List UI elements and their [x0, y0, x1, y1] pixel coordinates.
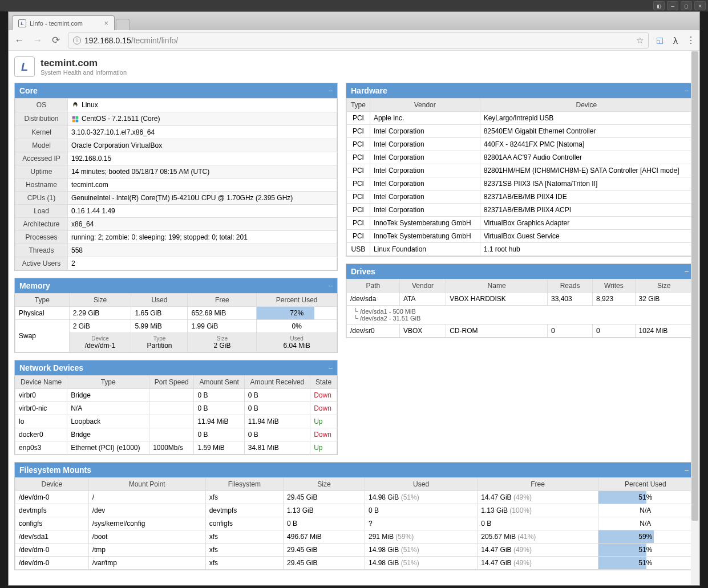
minimize-button[interactable]: —	[667, 1, 678, 10]
fs-size: 0 B	[284, 517, 365, 530]
mem-size: 2 GiB	[69, 319, 131, 332]
new-tab-button[interactable]	[116, 19, 130, 30]
filesystem-panel-header[interactable]: Filesystem Mounts –	[15, 463, 693, 477]
table-row: Accessed IP192.168.0.15	[15, 152, 337, 165]
network-panel-header[interactable]: Network Devices –	[15, 360, 337, 375]
fs-mount: /var/tmp	[88, 556, 205, 569]
close-tab-icon[interactable]: ×	[104, 19, 108, 27]
net-name: lo	[15, 415, 67, 428]
drive-size: 32 GiB	[635, 293, 693, 306]
column-header: Device Name	[15, 375, 67, 388]
table-row: Physical2.29 GiB1.65 GiB652.69 MiB72%	[15, 306, 337, 319]
hw-type: PCI	[347, 125, 370, 138]
maximize-button[interactable]: ▢	[681, 1, 692, 10]
memory-panel: Memory – TypeSizeUsedFreePercent UsedPhy…	[14, 278, 338, 353]
fs-free: 0 B	[478, 517, 598, 530]
mem-type: Physical	[15, 306, 70, 319]
hw-type: PCI	[347, 151, 370, 164]
hw-type: PCI	[347, 164, 370, 177]
net-sent: 11.94 MiB	[194, 415, 244, 428]
core-value: 14 minutes; booted 05/18/17 08:15 AM (UT…	[68, 165, 337, 178]
memory-panel-header[interactable]: Memory –	[15, 278, 337, 293]
mem-type: Swap	[15, 319, 70, 352]
column-header: Type	[347, 99, 370, 112]
drives-panel-header[interactable]: Drives –	[346, 264, 693, 279]
collapse-icon[interactable]: –	[329, 87, 333, 95]
forward-button[interactable]: →	[31, 35, 44, 46]
fs-free: 14.47 GiB (49%)	[478, 490, 598, 504]
core-key: Uptime	[15, 165, 68, 178]
fs-size: 29.45 GiB	[284, 490, 365, 504]
mem-pct: 72%	[257, 306, 337, 319]
core-panel-header[interactable]: Core –	[15, 83, 337, 98]
core-value: Oracle Corporation VirtualBox	[68, 139, 337, 152]
collapse-icon[interactable]: –	[329, 282, 333, 290]
collapse-icon[interactable]: –	[685, 267, 689, 275]
table-row: enp0s3Ethernet (PCI) (e1000)1000Mb/s1.59…	[15, 441, 337, 454]
net-recv: 0 B	[244, 402, 310, 415]
extension-lambda-icon[interactable]: λ	[670, 35, 681, 46]
site-info-icon[interactable]: i	[73, 37, 81, 44]
fs-used: 14.98 GiB (51%)	[365, 490, 478, 504]
page-viewport[interactable]: L tecmint.com System Health and Informat…	[9, 51, 699, 585]
column-header: Reads	[547, 279, 592, 293]
net-name: virbr0-nic	[15, 402, 67, 415]
table-row: PCIIntel Corporation82801HM/HEM (ICH8M/I…	[347, 164, 693, 177]
hardware-panel-header[interactable]: Hardware –	[346, 83, 693, 98]
net-speed	[149, 402, 194, 415]
bookmark-star-icon[interactable]: ☆	[636, 35, 644, 46]
swap-detail: Size2 GiB	[188, 332, 257, 352]
browser-menu-button[interactable]: ⋮	[686, 35, 695, 46]
mem-size: 2.29 GiB	[69, 306, 131, 319]
fs-pct: N/A	[598, 504, 693, 517]
column-header: Used	[365, 477, 478, 490]
drive-writes: 8,923	[593, 293, 635, 306]
back-button[interactable]: ←	[13, 35, 26, 46]
collapse-icon[interactable]: –	[329, 364, 333, 372]
core-value: x86_64	[68, 217, 337, 230]
column-header: Device	[15, 477, 89, 490]
net-name: enp0s3	[15, 441, 67, 454]
address-bar[interactable]: i 192.168.0.15/tecmint/linfo/ ☆	[68, 33, 649, 48]
core-value: Linux	[68, 99, 337, 112]
net-speed: 1000Mb/s	[149, 441, 194, 454]
table-row: Kernel3.10.0-327.10.1.el7.x86_64	[15, 125, 337, 139]
table-row: OSLinux	[15, 99, 337, 112]
hw-device: VirtualBox Graphics Adapter	[480, 217, 693, 230]
network-panel-title: Network Devices	[19, 363, 83, 372]
fs-free: 205.67 MiB (41%)	[478, 530, 598, 543]
core-value: tecmint.com	[68, 178, 337, 191]
memory-panel-title: Memory	[19, 281, 50, 290]
table-row: Active Users2	[15, 257, 337, 270]
browser-tab[interactable]: L Linfo - tecmint.com ×	[12, 15, 115, 30]
column-header: Name	[446, 279, 548, 293]
collapse-icon[interactable]: –	[685, 466, 689, 474]
table-row: configfs/sys/kernel/configconfigfs0 B? 0…	[15, 517, 693, 530]
hw-vendor: Intel Corporation	[370, 138, 480, 151]
fs-mount: /tmp	[88, 543, 205, 556]
reload-button[interactable]: ⟳	[50, 34, 62, 46]
core-value: 0.16 1.44 1.49	[68, 204, 337, 217]
scrollbar-thumb[interactable]	[691, 51, 698, 521]
column-header: Amount Sent	[194, 375, 244, 388]
drives-panel: Drives – PathVendorNameReadsWritesSize/d…	[346, 263, 694, 338]
collapse-icon[interactable]: –	[685, 87, 689, 95]
fs-device: /dev/dm-0	[15, 556, 89, 569]
fs-free: 14.47 GiB (49%)	[478, 556, 598, 569]
core-key: CPUs (1)	[15, 191, 68, 204]
table-row: docker0Bridge0 B0 BDown	[15, 428, 337, 441]
table-row: DistributionCentOS - 7.2.1511 (Core)	[15, 112, 337, 125]
fs-free: 14.47 GiB (49%)	[478, 543, 598, 556]
close-window-button[interactable]: ×	[694, 1, 706, 10]
drive-partitions: └ /dev/sda1 - 500 MiB └ /dev/sda2 - 31.5…	[347, 306, 693, 325]
column-header: Device	[480, 99, 693, 112]
swap-detail: TypePartition	[131, 332, 188, 352]
hw-vendor: Intel Corporation	[370, 177, 480, 190]
extension-icon[interactable]: ◱	[654, 35, 665, 46]
scrollbar[interactable]	[691, 51, 699, 585]
fs-size: 1.13 GiB	[284, 504, 365, 517]
table-row: /dev/dm-0/xfs29.45 GiB14.98 GiB (51%)14.…	[15, 490, 693, 504]
net-type: Bridge	[67, 428, 149, 441]
user-icon[interactable]: ◧	[653, 1, 665, 10]
fs-type: xfs	[205, 530, 283, 543]
